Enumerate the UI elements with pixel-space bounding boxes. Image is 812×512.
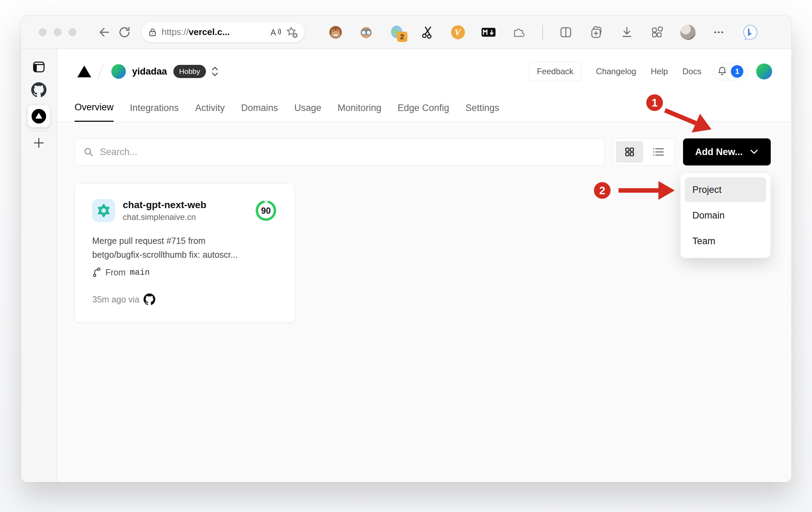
tab-domains[interactable]: Domains [241,94,278,122]
bell-icon [716,66,728,77]
grid-view-icon [624,146,636,158]
github-source-icon [144,293,155,305]
search-icon [83,147,94,157]
project-titles: chat-gpt-next-web chat.simplenaive.cn [123,199,247,222]
extensions-puzzle-icon[interactable] [511,25,527,40]
sidebar-panel-icon [32,60,46,74]
add-new-label: Add New... [695,147,743,157]
add-new-button[interactable]: Add New... [683,138,771,165]
vercel-logo-icon[interactable] [77,66,91,77]
markdown-extension-icon[interactable] [481,25,496,40]
branch-name: main [130,268,150,277]
team-avatar[interactable] [111,64,126,79]
reload-button[interactable] [116,24,132,40]
monkey-extension-icon[interactable] [328,25,343,40]
extension-row: 2 V [313,24,774,41]
more-options-icon[interactable] [711,25,726,40]
translate-extension-icon[interactable]: 2 [389,25,405,40]
branch-row: From main [92,267,277,278]
deployment-meta: 35m ago via [92,293,277,305]
project-name[interactable]: chat-gpt-next-web [123,199,247,211]
notifications-button[interactable]: 1 [713,63,746,80]
controls-row: Add New... [75,138,771,165]
help-link[interactable]: Help [651,67,668,76]
commit-line-1: Merge pull request #715 from [92,234,274,248]
svg-text:V: V [455,27,461,37]
back-button[interactable] [96,24,112,40]
feedback-button[interactable]: Feedback [529,62,581,81]
git-branch-icon [92,267,101,278]
window-controls [39,28,76,36]
zoom-window-button[interactable] [69,28,76,36]
window-body: yidadaa Hobby Feedback Changelog Help Do… [21,49,792,482]
branch-prefix: From [105,267,126,278]
bing-chat-icon[interactable] [742,24,758,41]
tab-overview[interactable]: Overview [75,94,114,122]
dropdown-item-project[interactable]: Project [685,177,766,202]
favorite-star-icon[interactable] [286,26,298,39]
read-aloud-icon[interactable]: A [270,27,282,37]
collections-icon[interactable] [589,25,604,40]
lock-icon [148,27,157,37]
browser-window: https://vercel.c... A 2 [21,16,792,482]
reload-icon [118,25,131,39]
sidebar-item-vercel-active[interactable] [28,105,50,127]
add-new-dropdown: Project Domain Team [680,173,771,258]
sidebar-add-button[interactable] [31,135,46,151]
user-avatar[interactable] [756,63,772,79]
browser-profile-avatar[interactable] [680,25,696,40]
dropdown-item-domain[interactable]: Domain [685,203,766,228]
project-card-header: chat-gpt-next-web chat.simplenaive.cn 90 [92,199,277,222]
avatar-glasses-extension-icon[interactable] [359,25,374,40]
docs-link[interactable]: Docs [682,67,701,76]
url-scheme: https:// [162,27,189,37]
v-extension-icon[interactable]: V [450,25,466,40]
sidebar-divider [29,131,49,131]
toolbar-divider [542,25,543,40]
minimize-window-button[interactable] [54,28,61,36]
team-name[interactable]: yidadaa [132,66,167,77]
edge-sidebar [21,49,57,482]
browser-toolbar: https://vercel.c... A 2 [21,16,792,49]
tab-activity[interactable]: Activity [195,94,225,122]
sidebar-item-github[interactable] [31,82,46,97]
view-toggle [613,138,675,165]
tab-settings[interactable]: Settings [465,94,499,122]
project-domain[interactable]: chat.simplenaive.cn [123,212,247,222]
github-icon [31,82,46,98]
workspaces-icon[interactable] [650,25,665,40]
tab-monitoring[interactable]: Monitoring [338,94,381,122]
changelog-link[interactable]: Changelog [596,67,636,76]
header-nav: Feedback Changelog Help Docs [529,62,701,81]
svg-text:A: A [270,28,276,37]
dropdown-item-team[interactable]: Team [685,229,766,254]
search-box[interactable] [75,138,605,165]
grid-view-button[interactable] [616,141,643,163]
commit-message: Merge pull request #715 from betgo/bugfi… [92,234,274,262]
split-screen-icon[interactable] [558,25,573,40]
chevron-down-icon [750,148,759,155]
list-view-button[interactable] [645,141,672,163]
vercel-header: yidadaa Hobby Feedback Changelog Help Do… [57,49,792,94]
tab-edge-config[interactable]: Edge Config [398,94,449,122]
extension-badge: 2 [397,32,407,42]
search-input[interactable] [100,147,596,157]
project-favicon [92,199,115,222]
sidebar-toggle-button[interactable] [31,59,46,75]
close-window-button[interactable] [39,28,46,36]
tab-integrations[interactable]: Integrations [130,94,179,122]
score-value: 90 [254,199,277,222]
breadcrumb-slash [97,64,104,79]
commit-line-2: betgo/bugfix-scrollthumb fix: autoscr... [92,248,274,262]
vercel-app-icon [31,108,47,124]
score-ring: 90 [254,199,277,222]
address-bar[interactable]: https://vercel.c... A [141,22,304,42]
team-switcher-chevrons-icon[interactable] [211,66,219,77]
back-icon [97,25,111,39]
plan-badge: Hobby [173,65,206,78]
tab-usage[interactable]: Usage [294,94,321,122]
project-card[interactable]: chat-gpt-next-web chat.simplenaive.cn 90… [75,184,295,322]
downloads-icon[interactable] [619,25,634,40]
openai-logo-icon [96,203,112,219]
scissors-extension-icon[interactable] [420,25,435,40]
